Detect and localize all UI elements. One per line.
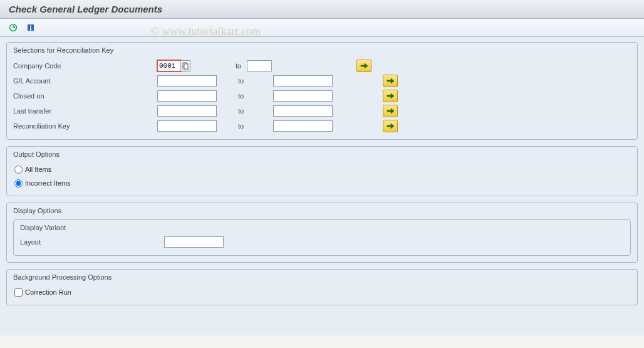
display-options-group: Display Options Display Variant Layout [6, 203, 638, 263]
output-options-title: Output Options [13, 149, 631, 162]
layout-input[interactable] [164, 236, 224, 248]
label-closed-on: Closed on [13, 92, 157, 100]
f4-help-button[interactable] [180, 60, 190, 71]
selection-row-gl-account: G/L Account to [13, 74, 631, 88]
multiple-selection-button[interactable] [383, 120, 398, 132]
selection-row-last-transfer: Last transfer to [13, 104, 631, 118]
svg-rect-4 [30, 28, 31, 31]
arrow-right-icon [360, 63, 368, 69]
label-last-transfer: Last transfer [13, 107, 157, 115]
display-variant-group: Display Variant Layout [13, 219, 631, 256]
multiple-selection-button[interactable] [383, 105, 398, 117]
arrow-right-icon [387, 108, 394, 114]
content: Selections for Reconciliation Key Compan… [0, 37, 644, 335]
gl-account-from-input[interactable] [157, 75, 217, 87]
svg-rect-6 [184, 64, 188, 69]
reconciliation-key-to-input[interactable] [273, 120, 333, 132]
multiple-selection-button[interactable] [383, 90, 398, 102]
correction-run-label: Correction Run [25, 288, 71, 296]
closed-on-to-input[interactable] [273, 90, 333, 102]
background-processing-title: Background Processing Options [13, 272, 631, 285]
svg-rect-3 [30, 26, 31, 27]
display-variant-title: Display Variant [20, 223, 624, 234]
background-processing-group: Background Processing Options Correction… [6, 269, 638, 305]
all-items-radio[interactable] [14, 166, 23, 174]
layout-label: Layout [20, 238, 164, 246]
execute-button[interactable] [6, 21, 20, 34]
arrow-right-icon [387, 93, 394, 99]
label-gl-account: G/L Account [13, 77, 157, 85]
all-items-label: All Items [25, 166, 51, 173]
output-options-group: Output Options All Items Incorrect Items [6, 146, 638, 196]
to-label: to [217, 77, 273, 85]
arrow-right-icon [387, 123, 394, 129]
company-code-from-input[interactable] [157, 60, 181, 71]
label-company-code: Company Code [13, 62, 157, 70]
gl-account-to-input[interactable] [273, 75, 333, 87]
arrow-right-icon [387, 78, 394, 84]
selection-row-closed-on: Closed on to [13, 89, 631, 103]
selection-row-reconciliation-key: Reconciliation Key to [13, 119, 631, 133]
to-label: to [190, 62, 247, 70]
toolbar [0, 19, 644, 37]
correction-run-checkbox[interactable] [14, 288, 23, 297]
company-code-to-input[interactable] [247, 60, 272, 71]
selections-title: Selections for Reconciliation Key [13, 45, 631, 58]
last-transfer-to-input[interactable] [273, 105, 333, 117]
reconciliation-key-from-input[interactable] [157, 120, 217, 132]
to-label: to [217, 107, 273, 115]
multiple-selection-button[interactable] [383, 75, 398, 87]
closed-on-from-input[interactable] [157, 90, 217, 102]
multiple-selection-button[interactable] [356, 60, 371, 72]
info-button[interactable] [24, 21, 38, 34]
info-icon [26, 23, 35, 32]
f4-icon [182, 62, 189, 70]
display-options-title: Display Options [13, 206, 631, 218]
incorrect-items-radio[interactable] [14, 179, 23, 187]
execute-icon [9, 23, 18, 32]
last-transfer-from-input[interactable] [157, 105, 217, 117]
to-label: to [217, 92, 273, 100]
label-reconciliation-key: Reconciliation Key [13, 122, 157, 130]
incorrect-items-label: Incorrect Items [25, 179, 71, 187]
to-label: to [217, 122, 273, 130]
selection-row-company-code: Company Code to [13, 59, 631, 73]
selections-group: Selections for Reconciliation Key Compan… [6, 42, 638, 140]
page-title: Check General Ledger Documents [0, 0, 644, 19]
